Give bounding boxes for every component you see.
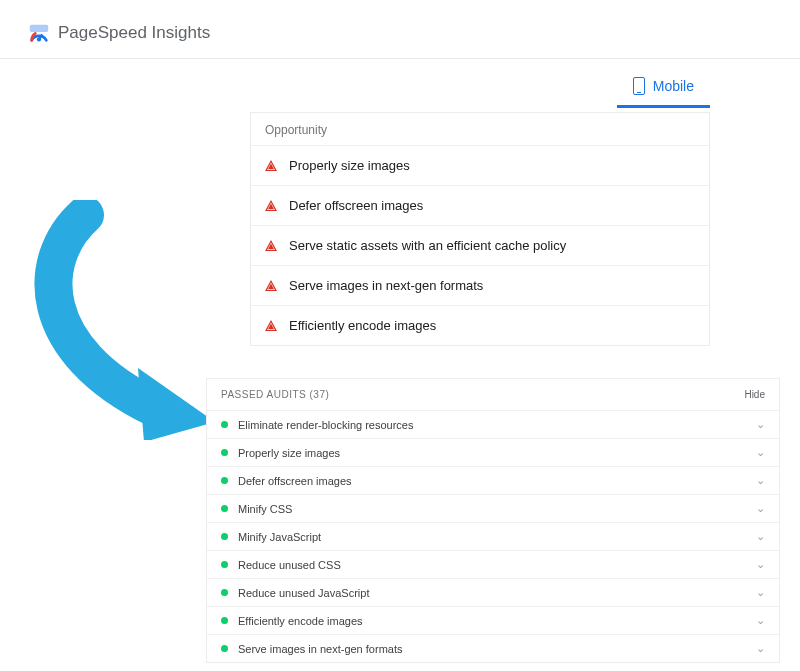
pass-dot-icon xyxy=(221,505,228,512)
hide-button[interactable]: Hide xyxy=(744,389,765,400)
passed-audit-item[interactable]: Defer offscreen images ⌄ xyxy=(207,466,779,494)
pass-dot-icon xyxy=(221,589,228,596)
opportunity-item[interactable]: Defer offscreen images xyxy=(251,185,709,225)
svg-marker-18 xyxy=(138,368,215,440)
passed-audit-label: Reduce unused CSS xyxy=(238,559,341,571)
passed-audits-heading: PASSED AUDITS (37) xyxy=(221,389,329,400)
chevron-down-icon: ⌄ xyxy=(756,586,765,599)
opportunity-item[interactable]: Serve static assets with an efficient ca… xyxy=(251,225,709,265)
app-title: PageSpeed Insights xyxy=(58,23,210,43)
passed-audit-label: Eliminate render-blocking resources xyxy=(238,419,413,431)
warning-triangle-icon xyxy=(265,160,277,171)
chevron-down-icon: ⌄ xyxy=(756,530,765,543)
logo-wrap: PageSpeed Insights xyxy=(28,22,210,44)
opportunity-label: Defer offscreen images xyxy=(289,198,423,213)
opportunity-item[interactable]: Efficiently encode images xyxy=(251,305,709,345)
warning-triangle-icon xyxy=(265,240,277,251)
warning-triangle-icon xyxy=(265,280,277,291)
passed-audit-label: Minify JavaScript xyxy=(238,531,321,543)
opportunity-heading: Opportunity xyxy=(251,113,709,145)
pass-dot-icon xyxy=(221,561,228,568)
passed-audit-label: Defer offscreen images xyxy=(238,475,352,487)
chevron-down-icon: ⌄ xyxy=(756,558,765,571)
opportunity-item[interactable]: Serve images in next-gen formats xyxy=(251,265,709,305)
passed-audit-item[interactable]: Eliminate render-blocking resources ⌄ xyxy=(207,410,779,438)
opportunity-panel: Opportunity Properly size images Defer o… xyxy=(250,112,710,346)
passed-audit-item[interactable]: Efficiently encode images ⌄ xyxy=(207,606,779,634)
mobile-icon xyxy=(633,77,645,95)
tab-mobile-label: Mobile xyxy=(653,78,694,94)
warning-triangle-icon xyxy=(265,320,277,331)
passed-audits-header: PASSED AUDITS (37) Hide xyxy=(207,379,779,410)
svg-rect-0 xyxy=(30,25,48,32)
tab-row: Mobile xyxy=(0,67,800,108)
passed-audit-item[interactable]: Minify JavaScript ⌄ xyxy=(207,522,779,550)
chevron-down-icon: ⌄ xyxy=(756,446,765,459)
opportunity-label: Serve static assets with an efficient ca… xyxy=(289,238,566,253)
chevron-down-icon: ⌄ xyxy=(756,418,765,431)
pass-dot-icon xyxy=(221,449,228,456)
opportunity-label: Serve images in next-gen formats xyxy=(289,278,483,293)
opportunity-label: Efficiently encode images xyxy=(289,318,436,333)
passed-audit-label: Properly size images xyxy=(238,447,340,459)
passed-audit-label: Serve images in next-gen formats xyxy=(238,643,402,655)
pass-dot-icon xyxy=(221,617,228,624)
pagespeed-logo-icon xyxy=(28,22,50,44)
passed-audit-item[interactable]: Reduce unused CSS ⌄ xyxy=(207,550,779,578)
opportunity-label: Properly size images xyxy=(289,158,410,173)
passed-audit-item[interactable]: Serve images in next-gen formats ⌄ xyxy=(207,634,779,662)
pass-dot-icon xyxy=(221,645,228,652)
warning-triangle-icon xyxy=(265,200,277,211)
passed-audits-panel: PASSED AUDITS (37) Hide Eliminate render… xyxy=(206,378,780,663)
passed-audit-item[interactable]: Reduce unused JavaScript ⌄ xyxy=(207,578,779,606)
passed-audit-label: Efficiently encode images xyxy=(238,615,363,627)
passed-audit-label: Reduce unused JavaScript xyxy=(238,587,369,599)
app-header: PageSpeed Insights xyxy=(0,0,800,59)
pass-dot-icon xyxy=(221,477,228,484)
tab-mobile[interactable]: Mobile xyxy=(617,67,710,108)
chevron-down-icon: ⌄ xyxy=(756,474,765,487)
passed-audit-label: Minify CSS xyxy=(238,503,292,515)
passed-audit-item[interactable]: Minify CSS ⌄ xyxy=(207,494,779,522)
pass-dot-icon xyxy=(221,533,228,540)
chevron-down-icon: ⌄ xyxy=(756,502,765,515)
chevron-down-icon: ⌄ xyxy=(756,642,765,655)
passed-audit-item[interactable]: Properly size images ⌄ xyxy=(207,438,779,466)
pass-dot-icon xyxy=(221,421,228,428)
opportunity-item[interactable]: Properly size images xyxy=(251,145,709,185)
chevron-down-icon: ⌄ xyxy=(756,614,765,627)
